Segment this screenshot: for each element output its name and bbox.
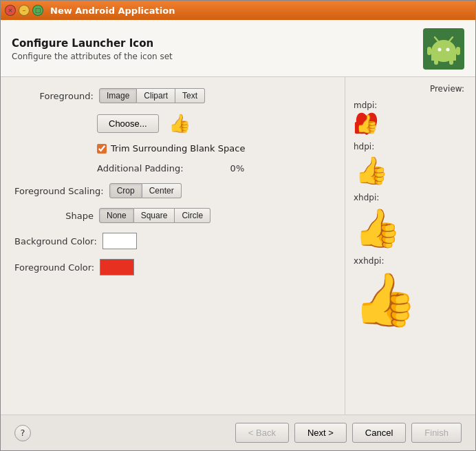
scaling-crop-button[interactable]: Crop [109, 183, 142, 198]
svg-text:👍: 👍 [354, 269, 417, 329]
main-window: × – □ New Android Application Configure … [0, 0, 476, 451]
page-header: Configure Launcher Icon Configure the at… [1, 20, 475, 77]
window-title: New Android Application [50, 6, 471, 16]
left-panel: Foreground: Image Clipart Text Choose...… [1, 77, 345, 415]
xxhdpi-label: xxhdpi: [354, 256, 384, 266]
bg-color-swatch[interactable] [102, 233, 137, 249]
help-area: ? [14, 425, 31, 441]
scaling-row: Foreground Scaling: Crop Center [14, 183, 331, 198]
thumbs-up-icon: 👍 [169, 113, 191, 134]
scaling-tab-group: Crop Center [109, 183, 182, 198]
shape-label: Shape [14, 211, 94, 221]
cancel-button[interactable]: Cancel [352, 423, 406, 443]
content-area: Foreground: Image Clipart Text Choose...… [1, 77, 475, 415]
svg-line-8 [435, 37, 438, 41]
preview-item-xxhdpi: xxhdpi: 👍 [354, 256, 467, 329]
choose-button[interactable]: Choose... [97, 114, 159, 133]
window-controls: × – □ [5, 5, 43, 16]
maximize-window-button[interactable]: □ [32, 5, 43, 16]
preview-item-hdpi: hdpi: 👍 [354, 142, 467, 187]
svg-point-7 [446, 48, 450, 52]
shape-none-button[interactable]: None [99, 208, 134, 223]
padding-label: Additional Padding: [97, 163, 184, 174]
minimize-window-button[interactable]: – [19, 5, 30, 16]
hdpi-preview-icon: 👍 [354, 151, 389, 187]
foreground-tab-group: Image Clipart Text [99, 88, 205, 103]
bg-color-row: Background Color: [14, 233, 331, 249]
fg-color-swatch[interactable] [100, 259, 134, 275]
svg-rect-4 [427, 47, 431, 55]
foreground-tab-image[interactable]: Image [99, 88, 137, 103]
finish-button[interactable]: Finish [411, 423, 462, 443]
mdpi-preview-icon: 👍 [354, 110, 380, 136]
trim-checkbox-row: Trim Surrounding Blank Space [97, 143, 331, 154]
shape-row: Shape None Square Circle [14, 208, 331, 223]
bg-color-label: Background Color: [14, 236, 97, 247]
fg-color-row: Foreground Color: [14, 259, 331, 275]
svg-point-6 [438, 48, 442, 52]
android-icon [426, 32, 461, 66]
mdpi-label: mdpi: [354, 101, 380, 110]
padding-value: 0% [230, 163, 245, 174]
shape-tab-group: None Square Circle [99, 208, 210, 223]
svg-rect-2 [434, 58, 438, 65]
android-logo [423, 28, 464, 70]
choose-row: Choose... 👍 [97, 113, 331, 134]
close-window-button[interactable]: × [5, 5, 16, 16]
svg-text:👍: 👍 [356, 113, 379, 135]
help-button[interactable]: ? [14, 425, 31, 441]
foreground-tab-text[interactable]: Text [175, 88, 205, 103]
trim-checkbox[interactable] [97, 144, 107, 154]
back-button[interactable]: < Back [235, 423, 289, 443]
footer: ? < Back Next > Cancel Finish [1, 415, 475, 450]
foreground-label: Foreground: [14, 91, 94, 101]
scaling-center-button[interactable]: Center [142, 183, 182, 198]
hdpi-label: hdpi: [354, 142, 380, 151]
xxhdpi-preview-icon: 👍 [354, 266, 417, 329]
foreground-row: Foreground: Image Clipart Text [14, 88, 331, 103]
page-title: Configure Launcher Icon [12, 37, 173, 50]
shape-circle-button[interactable]: Circle [175, 208, 210, 223]
preview-title: Preview: [354, 84, 467, 94]
xhdpi-label: xhdpi: [354, 193, 380, 202]
svg-text:👍: 👍 [355, 154, 389, 187]
shape-square-button[interactable]: Square [134, 208, 175, 223]
xhdpi-preview-icon: 👍 [354, 202, 402, 251]
preview-item-mdpi: mdpi: 👍 [354, 101, 467, 136]
svg-rect-3 [449, 58, 453, 65]
scaling-label: Foreground Scaling: [14, 186, 104, 196]
preview-item-xhdpi: xhdpi: 👍 [354, 193, 467, 251]
next-button[interactable]: Next > [294, 423, 347, 443]
title-bar: × – □ New Android Application [1, 1, 475, 20]
foreground-tab-clipart[interactable]: Clipart [137, 88, 175, 103]
right-panel: Preview: mdpi: 👍 hdpi: [345, 77, 475, 415]
padding-row: Additional Padding: 0% [97, 163, 331, 174]
fg-color-label: Foreground Color: [14, 262, 94, 273]
svg-rect-5 [456, 47, 460, 55]
trim-label: Trim Surrounding Blank Space [111, 143, 245, 154]
svg-text:👍: 👍 [354, 206, 402, 251]
svg-line-9 [449, 37, 453, 41]
navigation-buttons: < Back Next > Cancel Finish [235, 423, 462, 443]
page-subtitle: Configure the attributes of the icon set [12, 52, 173, 61]
